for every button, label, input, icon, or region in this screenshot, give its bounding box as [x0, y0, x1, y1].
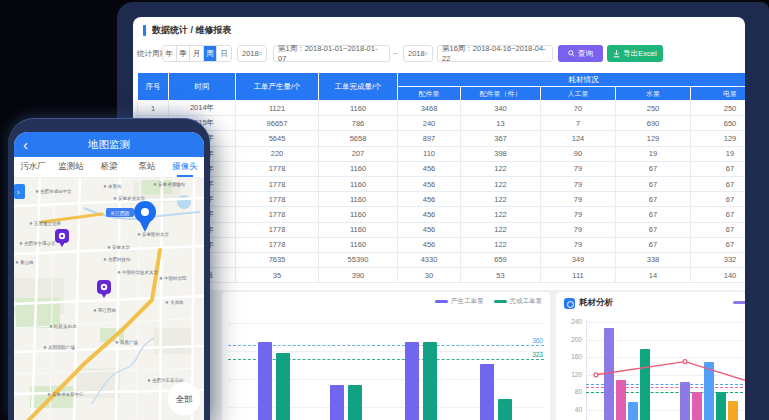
period-option-季[interactable]: 季 [177, 46, 191, 61]
gridline [586, 322, 743, 323]
show-all-button[interactable]: 全部 [167, 382, 201, 416]
table-cell: 13 [461, 116, 541, 131]
table-row: 32016年56455658897367124129129 [138, 131, 746, 146]
map-expand-button[interactable]: › [14, 184, 25, 199]
consumables-chart: 2402001601208040 [556, 292, 745, 420]
table-cell: 390 [319, 268, 398, 283]
table-cell: 19 [691, 146, 746, 161]
table-cell: 67 [616, 222, 691, 237]
calendar-icon [425, 50, 428, 57]
table-cell: 456 [398, 176, 461, 191]
col-header-no: 序号 [138, 73, 169, 101]
table-cell: 1160 [319, 101, 398, 116]
end-week-input[interactable]: 第16周：2018-04-16~2018-04-22 [437, 45, 553, 62]
table-cell: 456 [398, 237, 461, 252]
table-cell: 340 [461, 101, 541, 116]
table-cell: 367 [461, 131, 541, 146]
bar-完成工单量 [423, 342, 437, 420]
table-cell: 53 [461, 268, 541, 283]
end-year-select[interactable]: 2018 [403, 45, 433, 62]
map-label: 安徽农业大学 [118, 195, 146, 201]
table-cell: 67 [691, 222, 746, 237]
table-cell: 1778 [236, 176, 319, 191]
search-button[interactable]: 查询 [558, 45, 603, 62]
phone-page-title: 地图监测 [88, 138, 130, 152]
table-cell: 1160 [319, 192, 398, 207]
table-cell: 1778 [236, 237, 319, 252]
y-axis-tick: 80 [560, 388, 582, 395]
table-total-row: 合计7635553904330659349338332 [138, 252, 746, 267]
download-icon [613, 50, 620, 58]
period-segmented-control[interactable]: 年季月周日 [162, 45, 232, 62]
consumables-bar [628, 402, 638, 420]
phone-tab-污水厂[interactable]: 污水厂 [14, 157, 52, 177]
breadcrumb: 数据统计 / 维修报表 [133, 17, 745, 43]
back-icon[interactable]: ‹ [23, 134, 28, 155]
phone-tab-监测站[interactable]: 监测站 [52, 157, 90, 177]
search-icon [568, 50, 575, 57]
consumables-bar [640, 349, 650, 420]
consumables-bar [692, 392, 702, 420]
table-cell: 456 [398, 222, 461, 237]
table-cell: 67 [691, 192, 746, 207]
map-label: 合肥市琥珀中学 [40, 189, 72, 194]
map[interactable]: 合肥市琥珀中学体育馆安徽省博物馆安徽农业大学五里墩立交桥安徽医科大学合肥市宁溪小… [14, 178, 204, 420]
period-option-周[interactable]: 周 [204, 46, 218, 61]
table-cell: 67 [616, 176, 691, 191]
bar-产生工单量 [480, 364, 494, 420]
table-cell: 67 [616, 207, 691, 222]
period-option-日[interactable]: 日 [217, 46, 231, 61]
table-cell: 30 [398, 268, 461, 283]
table-cell: 35 [236, 268, 319, 283]
reference-line [228, 345, 544, 346]
range-separator: ~ [393, 45, 398, 62]
map-label: 体育馆 [108, 184, 122, 189]
phone-tab-泵站[interactable]: 泵站 [128, 157, 166, 177]
bar-完成工单量 [498, 399, 512, 420]
table-cell: 110 [398, 146, 461, 161]
table-row: 92022年17781160456122796767 [138, 222, 746, 237]
phone-mockup: ‹ 地图监测 污水厂监测站桥梁泵站摄像头 [8, 118, 210, 420]
table-cell: 1160 [319, 176, 398, 191]
table-cell: 897 [398, 131, 461, 146]
table-row: 12014年11211160346834070250250 [138, 101, 746, 116]
table-cell: 67 [616, 237, 691, 252]
table-cell: 349 [541, 252, 616, 267]
table-cell: 14 [616, 268, 691, 283]
repair-report-table: 序号 时间 工单产生量/个 工单完成量/个 耗材情况 配件量配件量（件）人工量水… [137, 72, 745, 283]
map-label: 合肥汽车客运站 [152, 378, 184, 383]
map-label: 太湖路 [170, 300, 184, 305]
table-row: 62019年17781160456122796767 [138, 176, 746, 191]
col-subheader: 水量 [616, 87, 691, 101]
phone-tab-摄像头[interactable]: 摄像头 [166, 157, 204, 177]
phone-screen: ‹ 地图监测 污水厂监测站桥梁泵站摄像头 [14, 132, 204, 420]
period-option-月[interactable]: 月 [190, 46, 204, 61]
period-option-年[interactable]: 年 [163, 46, 177, 61]
consumables-bar [728, 401, 738, 420]
dashboard-panel: 数据统计 / 维修报表 统计周期： 年季月周日 2018 第1周：2018-01… [133, 17, 745, 420]
gridline [228, 323, 544, 324]
map-label: 合肥市宁溪小学 [24, 240, 56, 246]
table-cell: 456 [398, 192, 461, 207]
map-pond [177, 195, 191, 209]
table-cell: 7635 [236, 252, 319, 267]
table-cell: 338 [616, 252, 691, 267]
col-subheader: 人工量 [541, 87, 616, 101]
reference-line-label: 360 [532, 337, 543, 344]
table-cell: 55390 [319, 252, 398, 267]
table-cell: 122 [461, 207, 541, 222]
export-excel-button[interactable]: 导出Excel [607, 45, 663, 62]
table-cell: 79 [541, 161, 616, 176]
work-order-chart-card: 产生工单量完成工单量 360323 [222, 292, 550, 420]
road-name-pill: 长江西路 [106, 208, 134, 217]
phone-tab-桥梁[interactable]: 桥梁 [90, 157, 128, 177]
bar-产生工单量 [330, 385, 344, 420]
start-week-input[interactable]: 第1周：2018-01-01~2018-01-07 [273, 45, 390, 62]
start-year-select[interactable]: 2018 [237, 45, 267, 62]
table-cell: 122 [461, 192, 541, 207]
map-label: 中国科学院 [164, 275, 187, 281]
table-cell: 1121 [236, 101, 319, 116]
map-label: 合肥科技馆 [108, 257, 131, 262]
consumables-bar [604, 328, 614, 420]
table-cell: 67 [691, 207, 746, 222]
